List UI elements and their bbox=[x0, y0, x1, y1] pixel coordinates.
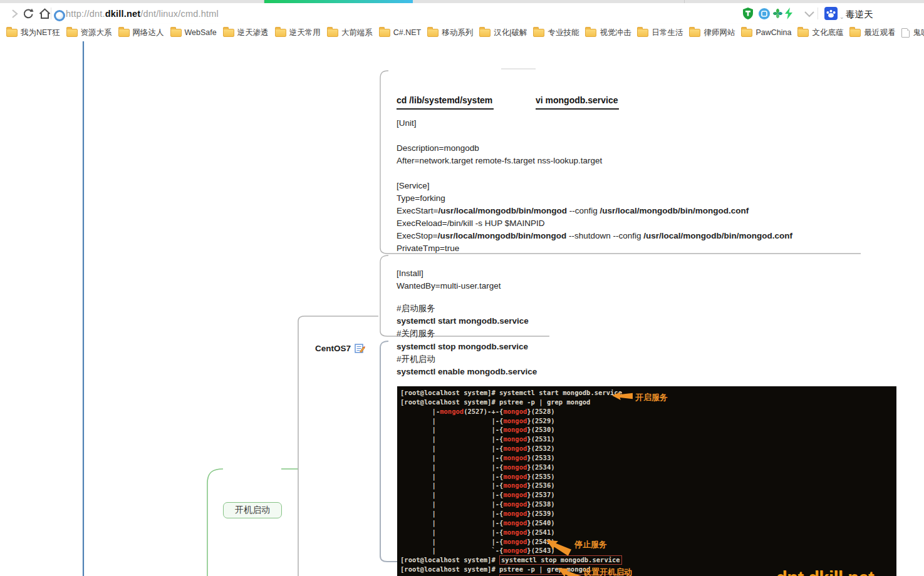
bookmark-item[interactable]: 资源大系 bbox=[66, 28, 112, 38]
paw-profile-icon[interactable] bbox=[824, 3, 838, 24]
chevron-down-icon[interactable] bbox=[802, 3, 816, 24]
notes-icon[interactable] bbox=[355, 343, 365, 354]
bookmark-label: 律师网站 bbox=[703, 28, 735, 38]
bookmark-item[interactable]: 我为NET狂 bbox=[6, 28, 60, 38]
bookmark-label: 最近观看 bbox=[864, 28, 895, 38]
config-line bbox=[397, 167, 792, 180]
config-line bbox=[397, 255, 792, 267]
bookmark-item[interactable]: 网络达人 bbox=[118, 28, 164, 38]
terminal-body: [root@localhost system]# systemctl start… bbox=[400, 388, 896, 576]
bookmark-label: 专业技能 bbox=[548, 28, 579, 38]
terminal-row: | |-{mongod}(2529) bbox=[400, 416, 896, 426]
terminal-row: | |-{mongod}(2538) bbox=[400, 500, 896, 509]
folder-icon bbox=[327, 29, 338, 37]
terminal-screenshot: [root@localhost system]# systemctl start… bbox=[397, 386, 896, 576]
unit-file: [Unit] Description=mongodbAfter=network.… bbox=[397, 117, 792, 292]
url-path: /dnt/linux/cmd.html bbox=[140, 9, 219, 19]
title-vi-command[interactable]: vi mongodb.service bbox=[536, 95, 619, 110]
address-bar[interactable]: http://dnt.dkill.net/dnt/linux/cmd.html bbox=[66, 9, 219, 19]
folder-icon bbox=[637, 29, 648, 37]
command-line: systemctl stop mongodb.service bbox=[397, 341, 537, 353]
annotation-enable-service: 设置开机启动 bbox=[583, 567, 632, 576]
title-cd-command[interactable]: cd /lib/systemd/system bbox=[397, 95, 494, 110]
config-line: Type=forking bbox=[397, 192, 792, 205]
bookmark-item[interactable]: C#.NET bbox=[379, 28, 421, 37]
node-boot-startup[interactable]: 开机启动 bbox=[223, 502, 282, 518]
screenshot-circle-icon[interactable] bbox=[758, 3, 771, 24]
bookmark-item[interactable]: 移动系列 bbox=[427, 28, 473, 38]
bookmark-item[interactable]: 逆天常用 bbox=[275, 28, 321, 38]
config-line: ExecStop=/usr/local/mongodb/bin/mongod -… bbox=[397, 230, 792, 242]
terminal-row: [root@localhost system]# systemctl stop … bbox=[400, 555, 896, 565]
bookmark-item[interactable]: PawChina bbox=[741, 28, 791, 37]
terminal-row: | |-{mongod}(2530) bbox=[400, 425, 896, 435]
bookmark-label: 资源大系 bbox=[81, 28, 112, 38]
folder-icon bbox=[275, 29, 286, 37]
annotation-stop-service: 停止服务 bbox=[574, 539, 607, 550]
config-line: PrivateTmp=true bbox=[397, 242, 792, 255]
bookmark-label: 汉化|破解 bbox=[494, 28, 527, 38]
command-line: #启动服务 bbox=[397, 302, 537, 315]
pinwheel-icon[interactable] bbox=[772, 3, 783, 24]
config-line: Description=mongodb bbox=[397, 142, 792, 155]
profile-name[interactable]: 毒逆天 bbox=[846, 9, 873, 21]
folder-icon bbox=[170, 29, 182, 37]
bookmark-label: 移动系列 bbox=[442, 28, 473, 38]
folder-icon bbox=[533, 29, 544, 37]
bookmark-label: 文化底蕴 bbox=[812, 28, 843, 38]
folder-icon bbox=[689, 29, 700, 37]
lightning-icon[interactable] bbox=[784, 3, 793, 24]
config-line bbox=[397, 130, 792, 142]
bookmark-item[interactable]: 文化底蕴 bbox=[797, 28, 843, 38]
terminal-row: | |-{mongod}(2542) bbox=[400, 537, 896, 547]
shield-icon[interactable] bbox=[742, 3, 754, 24]
terminal-row: | |-{mongod}(2540) bbox=[400, 518, 896, 528]
bookmark-label: 逆天渗透 bbox=[237, 28, 269, 38]
bookmark-label: 大前端系 bbox=[341, 28, 373, 38]
config-line: ExecStart=/usr/local/mongodb/bin/mongod … bbox=[397, 205, 792, 217]
config-line: [Unit] bbox=[397, 117, 792, 130]
folder-icon bbox=[223, 29, 234, 37]
bookmark-item[interactable]: 日常生活 bbox=[637, 28, 683, 38]
bookmark-label: 逆天常用 bbox=[289, 28, 321, 38]
command-list: #启动服务systemctl start mongodb.service#关闭服… bbox=[397, 302, 537, 378]
bookmark-label: 日常生活 bbox=[651, 28, 683, 38]
profile-chevron-icon[interactable]: ⌄ bbox=[839, 14, 844, 20]
highlighted-command: systemctl stop mongodb.service bbox=[499, 555, 622, 565]
browser-window: http://dnt.dkill.net/dnt/linux/cmd.html … bbox=[0, 0, 924, 576]
terminal-row: | |-{mongod}(2537) bbox=[400, 490, 896, 500]
command-line: #开机启动 bbox=[397, 353, 537, 366]
home-icon[interactable] bbox=[38, 3, 51, 24]
bookmark-item[interactable]: 鬼吹灯之精绝 bbox=[901, 28, 924, 38]
bookmark-item[interactable]: 大前端系 bbox=[327, 28, 373, 38]
terminal-row: |-mongod(2527)-+-{mongod}(2528) bbox=[400, 407, 896, 416]
url-domain: dkill.net bbox=[105, 9, 141, 19]
bookmark-item[interactable]: 视觉冲击 bbox=[585, 28, 631, 38]
bookmark-item[interactable]: 专业技能 bbox=[533, 28, 579, 38]
bookmark-item[interactable]: 汉化|破解 bbox=[479, 28, 527, 38]
toolbar-separator bbox=[51, 8, 51, 19]
mindmap-canvas: CentOS7 开机启动 cd /lib/systemd/system vi m… bbox=[0, 41, 924, 576]
config-line: ExecReload=/bin/kill -s HUP $MAINPID bbox=[397, 217, 792, 230]
site-favicon-icon bbox=[54, 10, 65, 21]
folder-icon bbox=[118, 29, 130, 37]
node-centos7[interactable]: CentOS7 bbox=[315, 343, 365, 354]
bookmark-item[interactable]: 逆天渗透 bbox=[223, 28, 269, 38]
bookmark-label: C#.NET bbox=[393, 28, 421, 37]
refresh-icon[interactable] bbox=[22, 3, 34, 24]
node-centos7-label: CentOS7 bbox=[315, 344, 351, 353]
bookmark-label: 网络达人 bbox=[133, 28, 164, 38]
bookmark-label: WebSafe bbox=[185, 28, 217, 37]
bookmark-item[interactable]: 最近观看 bbox=[849, 28, 895, 38]
forward-icon[interactable] bbox=[9, 3, 19, 24]
folder-icon bbox=[66, 29, 78, 37]
folder-icon bbox=[427, 29, 439, 37]
page-icon bbox=[901, 28, 910, 38]
bookmark-item[interactable]: WebSafe bbox=[170, 28, 217, 37]
terminal-row: | |-{mongod}(2535) bbox=[400, 472, 896, 481]
config-line: After=network.target remote-fs.target ns… bbox=[397, 155, 792, 167]
node-boot-label: 开机启动 bbox=[235, 505, 270, 516]
folder-icon bbox=[479, 29, 491, 37]
bookmark-item[interactable]: 律师网站 bbox=[689, 28, 735, 38]
config-line: [Install] bbox=[397, 267, 792, 280]
